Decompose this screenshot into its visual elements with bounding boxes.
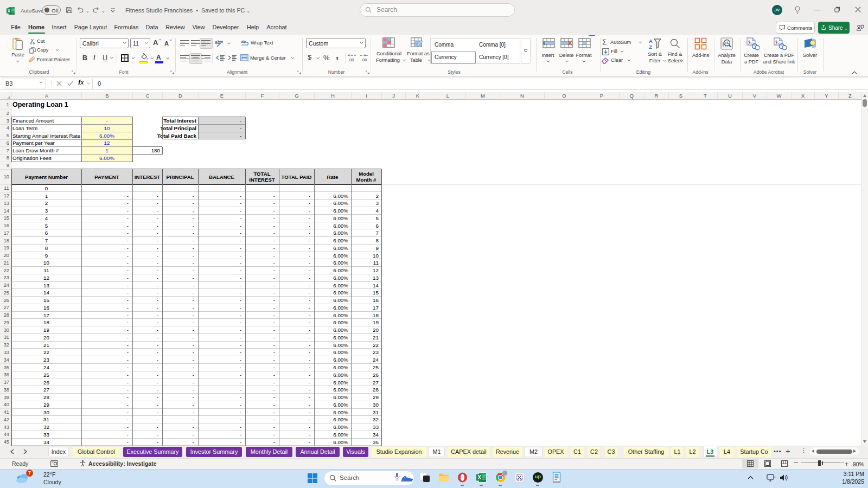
svg-text:.00: .00 [348,57,354,62]
svg-text:A: A [649,38,653,44]
svg-text:X: X [8,8,11,14]
svg-text:X: X [477,474,481,480]
svg-text:Z: Z [649,44,652,49]
svg-text:.00: .00 [361,57,367,62]
